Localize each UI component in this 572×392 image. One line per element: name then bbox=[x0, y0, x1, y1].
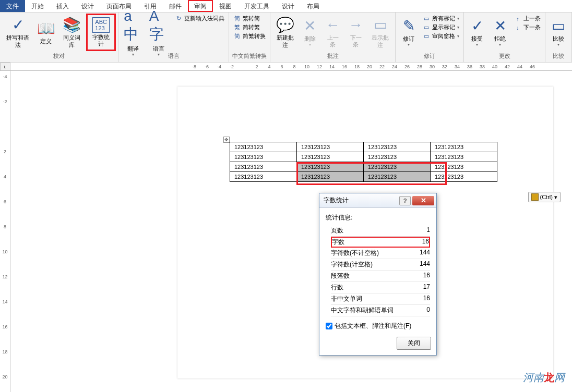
table-move-handle[interactable]: ✥ bbox=[223, 137, 230, 143]
比较-icon: ▭ bbox=[552, 17, 565, 34]
stat-row-字符数(不计空格): 字符数(不计空格)144 bbox=[331, 248, 430, 259]
ribbon-small-简转繁[interactable]: 繁简转繁 bbox=[233, 23, 266, 31]
下一条-icon: → bbox=[349, 17, 363, 33]
ribbon: ✓拼写和语法📖定义📚同义词库ABC123字数统计校对a中翻译 ▾A字语言 ▾↻更… bbox=[0, 13, 572, 63]
修订-icon: ✎ bbox=[403, 17, 415, 34]
ribbon-group-中文简繁转换: 简繁转简繁简转繁简简繁转换中文简繁转换 bbox=[229, 13, 270, 62]
ctrl-label: (Ctrl) ▾ bbox=[540, 194, 558, 201]
watermark: 河南龙网 bbox=[523, 371, 565, 385]
stat-row-页数: 页数1 bbox=[331, 225, 430, 237]
dialog-titlebar[interactable]: 字数统计 ? ✕ bbox=[319, 193, 436, 208]
stat-row-字数: 字数16 bbox=[331, 237, 430, 248]
ribbon-small-下一条[interactable]: ↓下一条 bbox=[514, 23, 541, 31]
审阅窗格-icon: ▭ bbox=[423, 33, 430, 40]
stat-row-字符数(计空格): 字符数(计空格)144 bbox=[331, 259, 430, 271]
table-cell[interactable]: 123123123 bbox=[297, 172, 364, 182]
ribbon-btn-新建批注[interactable]: 💬新建批注 bbox=[272, 14, 298, 51]
checkbox-input[interactable] bbox=[326, 323, 332, 329]
table-cell[interactable]: 123123123 bbox=[297, 162, 364, 172]
menu-文件[interactable]: 文件 bbox=[0, 0, 25, 12]
menu-设计[interactable]: 设计 bbox=[75, 0, 100, 12]
dialog-body: 统计信息: 页数1字数16字符数(不计空格)144字符数(计空格)144段落数1… bbox=[319, 208, 436, 335]
ribbon-btn-拒绝[interactable]: ✕拒绝 ▾ bbox=[489, 14, 511, 51]
ribbon-small-更新输入法词典[interactable]: ↻更新输入法词典 bbox=[175, 15, 224, 22]
上一条-icon: ← bbox=[326, 17, 340, 33]
word-count-dialog: 字数统计 ? ✕ 统计信息: 页数1字数16字符数(不计空格)144字符数(计空… bbox=[319, 193, 437, 356]
table-cell[interactable]: 123123123 bbox=[230, 162, 297, 172]
menu-设计[interactable]: 设计 bbox=[276, 0, 301, 12]
include-textbox-checkbox[interactable]: 包括文本框、脚注和尾注(F) bbox=[326, 322, 430, 330]
table-cell[interactable]: 123123123 bbox=[431, 152, 497, 162]
删除-icon: ✕ bbox=[304, 17, 316, 34]
下一条-icon: ↓ bbox=[514, 24, 521, 31]
menu-布局[interactable]: 布局 bbox=[301, 0, 326, 12]
语言-icon: A字 bbox=[149, 8, 169, 44]
ribbon-btn-比较[interactable]: ▭比较 ▾ bbox=[547, 14, 569, 51]
ribbon-btn-字数统计[interactable]: ABC123字数统计 bbox=[86, 14, 116, 51]
table-cell[interactable]: 123123123 bbox=[431, 162, 497, 172]
所有标记-icon: ▭ bbox=[423, 15, 430, 22]
menu-审阅[interactable]: 审阅 bbox=[188, 0, 213, 12]
ribbon-btn-接受[interactable]: ✓接受 ▾ bbox=[466, 14, 488, 51]
ribbon-btn-下一条[interactable]: →下一条 bbox=[345, 14, 367, 51]
ribbon-group-更改: ✓接受 ▾✕拒绝 ▾↑上一条↓下一条更改 bbox=[464, 13, 545, 62]
table-cell[interactable]: 123123123 bbox=[297, 142, 364, 152]
ribbon-small-审阅窗格[interactable]: ▭审阅窗格 ▾ bbox=[423, 32, 459, 40]
dialog-close-button[interactable]: ✕ bbox=[412, 196, 434, 205]
table-cell[interactable]: 123123123 bbox=[230, 142, 297, 152]
简转繁-icon: 繁 bbox=[233, 24, 241, 31]
menu-插入[interactable]: 插入 bbox=[50, 0, 75, 12]
vertical-ruler: -4-22468101214161820 bbox=[0, 71, 10, 392]
dialog-title: 字数统计 bbox=[321, 196, 399, 205]
繁转简-icon: 简 bbox=[233, 15, 241, 22]
dialog-help-button[interactable]: ? bbox=[399, 196, 411, 205]
ribbon-btn-语言[interactable]: A字语言 ▾ bbox=[146, 14, 172, 51]
paste-options-button[interactable]: (Ctrl) ▾ bbox=[528, 192, 561, 202]
ribbon-btn-同义词库[interactable]: 📚同义词库 bbox=[58, 14, 85, 51]
ribbon-small-繁转简[interactable]: 简繁转简 bbox=[233, 15, 266, 22]
stat-row-行数: 行数17 bbox=[331, 282, 430, 293]
table-row: 123123123123123123123123123123123123 bbox=[230, 142, 497, 152]
data-table[interactable]: 1231231231231231231231231231231231231231… bbox=[230, 142, 497, 182]
ribbon-btn-修订[interactable]: ✎修订 ▾ bbox=[398, 14, 420, 51]
table-cell[interactable]: 123123123 bbox=[364, 172, 431, 182]
ribbon-small-简繁转换[interactable]: 简简繁转换 bbox=[233, 32, 266, 40]
显示标记-icon: ▭ bbox=[423, 24, 430, 31]
ribbon-btn-翻译[interactable]: a中翻译 ▾ bbox=[121, 14, 145, 51]
拒绝-icon: ✕ bbox=[494, 17, 506, 34]
同义词库-icon: 📚 bbox=[63, 16, 81, 33]
table-cell[interactable]: 123123123 bbox=[230, 152, 297, 162]
接受-icon: ✓ bbox=[471, 17, 483, 34]
ribbon-btn-删除[interactable]: ✕删除 ▾ bbox=[299, 14, 321, 51]
ribbon-small-所有标记[interactable]: ▭所有标记 ▾ bbox=[423, 15, 459, 22]
ribbon-btn-定义[interactable]: 📖定义 bbox=[35, 14, 57, 51]
table-cell[interactable]: 123123123 bbox=[230, 172, 297, 182]
table-cell[interactable]: 123123123 bbox=[431, 172, 497, 182]
ribbon-btn-拼写和语法[interactable]: ✓拼写和语法 bbox=[2, 14, 34, 51]
table-cell[interactable]: 123123123 bbox=[364, 142, 431, 152]
menu-开始[interactable]: 开始 bbox=[25, 0, 50, 12]
ribbon-btn-显示批注[interactable]: ▭显示批注 bbox=[368, 14, 394, 51]
document-area: ✥ 12312312312312312312312312312312312312… bbox=[10, 71, 572, 392]
checkbox-label: 包括文本框、脚注和尾注(F) bbox=[335, 322, 411, 330]
table-cell[interactable]: 123123123 bbox=[297, 152, 364, 162]
menu-视图[interactable]: 视图 bbox=[213, 0, 238, 12]
close-button[interactable]: 关闭 bbox=[397, 337, 431, 350]
menu-开发工具[interactable]: 开发工具 bbox=[238, 0, 276, 12]
拼写和语法-icon: ✓ bbox=[12, 16, 24, 33]
stats-section-label: 统计信息: bbox=[326, 213, 430, 222]
table-cell[interactable]: 123123123 bbox=[364, 152, 431, 162]
ruler-corner: L bbox=[0, 63, 10, 71]
翻译-icon: a中 bbox=[124, 8, 142, 44]
ribbon-small-上一条[interactable]: ↑上一条 bbox=[514, 15, 541, 22]
显示批注-icon: ▭ bbox=[374, 16, 387, 33]
dialog-footer: 关闭 bbox=[319, 335, 436, 355]
上一条-icon: ↑ bbox=[514, 15, 521, 22]
新建批注-icon: 💬 bbox=[276, 16, 294, 33]
ribbon-small-显示标记[interactable]: ▭显示标记 ▾ bbox=[423, 23, 459, 31]
table-cell[interactable]: 123123123 bbox=[431, 142, 497, 152]
table-cell[interactable]: 123123123 bbox=[364, 162, 431, 172]
horizontal-ruler: -8-6-4-224681012141618202224262830323436… bbox=[10, 63, 572, 71]
ribbon-btn-上一条[interactable]: ←上一条 bbox=[322, 14, 344, 51]
menu-bar: 文件开始插入设计页面布局引用邮件审阅视图开发工具设计布局 bbox=[0, 0, 572, 13]
